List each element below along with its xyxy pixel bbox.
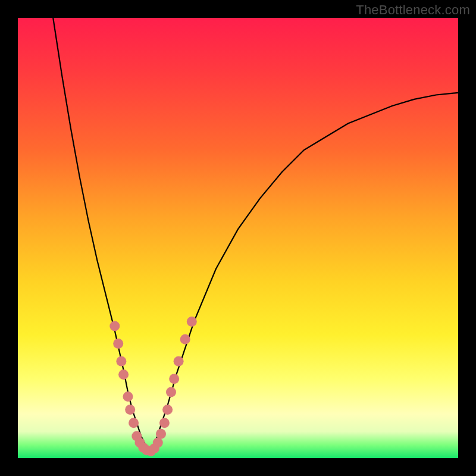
data-point: [166, 387, 176, 397]
curve-left: [53, 18, 150, 454]
data-point: [187, 317, 197, 327]
data-point: [113, 339, 123, 349]
data-point: [162, 405, 173, 415]
data-point: [123, 392, 133, 402]
chart-svg: [18, 18, 458, 458]
outer-frame: TheBottleneck.com: [0, 0, 476, 476]
data-point: [118, 369, 129, 380]
data-point: [153, 438, 163, 448]
data-point: [159, 418, 170, 428]
dot-layer: [109, 317, 196, 456]
data-point: [116, 356, 126, 367]
data-point: [125, 405, 135, 415]
plot-area: [18, 18, 458, 458]
curve-right: [150, 93, 458, 454]
data-point: [129, 418, 139, 428]
data-point: [169, 374, 179, 384]
data-point: [156, 429, 166, 439]
data-point: [174, 356, 184, 367]
watermark-text: TheBottleneck.com: [356, 2, 470, 18]
data-point: [180, 334, 190, 345]
data-point: [109, 321, 120, 331]
